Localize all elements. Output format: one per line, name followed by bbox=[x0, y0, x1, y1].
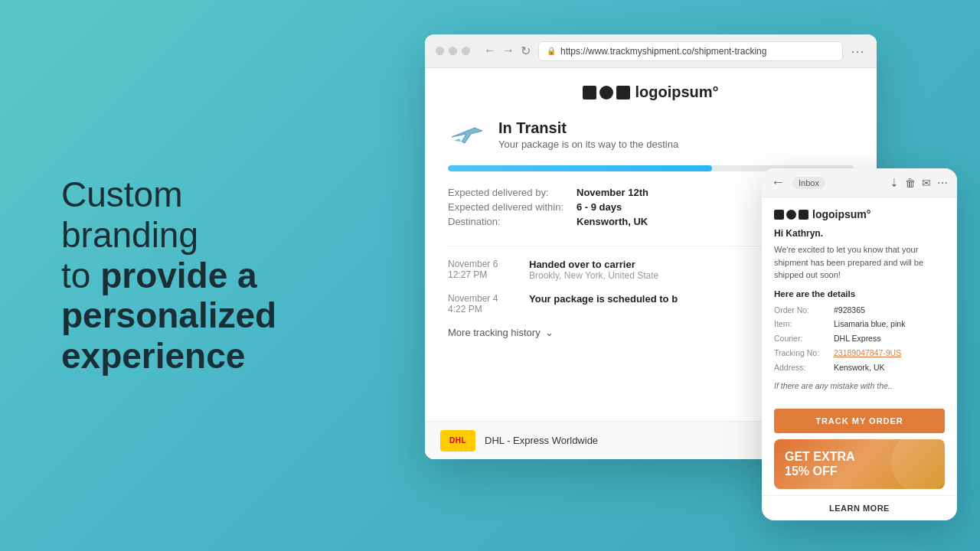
url-text: https://www.trackmyshipment.co/shipment-… bbox=[560, 46, 766, 57]
detail-row-courier: Courier: DHL Express bbox=[774, 331, 945, 346]
email-toolbar: ← Inbox ⇣ 🗑 ✉ ⋯ bbox=[762, 168, 957, 197]
delivery-destination-label: Destination: bbox=[448, 216, 570, 227]
event-time-1: 12:27 PM bbox=[448, 269, 517, 280]
track-order-button[interactable]: TRACK MY ORDER bbox=[774, 409, 945, 433]
event-date-1: November 6 12:27 PM bbox=[448, 259, 517, 280]
learn-more-button[interactable]: LEARN MORE bbox=[762, 495, 957, 520]
browser-menu-icon[interactable]: ⋯ bbox=[851, 43, 866, 60]
email-logo-circle bbox=[786, 210, 796, 220]
item-value: Lisamaria blue, pink bbox=[834, 317, 905, 331]
browser-nav[interactable]: ← → ↻ bbox=[484, 44, 531, 58]
heading-line3: personalized bbox=[61, 295, 276, 335]
event-date-text-2: November 4 bbox=[448, 293, 517, 304]
inbox-badge: Inbox bbox=[792, 177, 825, 189]
transit-info: In Transit Your package is on its way to… bbox=[498, 119, 678, 150]
detail-row-order: Order No: #928365 bbox=[774, 303, 945, 318]
email-details-table: Order No: #928365 Item: Lisamaria blue, … bbox=[774, 303, 945, 375]
heading-line1: Custom branding bbox=[61, 174, 198, 255]
logo-circle bbox=[599, 86, 613, 99]
email-mistake: If there are any mistake with the.. bbox=[774, 381, 945, 390]
browser-dot-red bbox=[436, 47, 444, 55]
browser-dot-green bbox=[462, 47, 470, 55]
address-label: Address: bbox=[774, 360, 829, 375]
logo-text: logoipsum° bbox=[635, 83, 718, 101]
more-icon[interactable]: ⋯ bbox=[937, 177, 948, 189]
trash-icon[interactable]: 🗑 bbox=[905, 177, 916, 189]
site-logo: logoipsum° bbox=[448, 83, 854, 101]
envelope-icon[interactable]: ✉ bbox=[922, 177, 931, 189]
order-no-label: Order No: bbox=[774, 303, 829, 318]
event-time-2: 4:22 PM bbox=[448, 304, 517, 315]
browser-url-bar[interactable]: 🔒 https://www.trackmyshipment.co/shipmen… bbox=[538, 41, 843, 61]
courier-label: Courier: bbox=[774, 331, 829, 346]
detail-row-item: Item: Lisamaria blue, pink bbox=[774, 317, 945, 331]
email-logo-square-1 bbox=[774, 210, 784, 220]
event-title-1: Handed over to carrier bbox=[529, 259, 658, 270]
heading-line2: to provide a bbox=[61, 256, 257, 295]
delivery-within-value: 6 - 9 days bbox=[577, 201, 622, 213]
event-location-1: Brookly, New York, United State bbox=[529, 270, 658, 281]
download-icon[interactable]: ⇣ bbox=[890, 177, 899, 189]
promo-banner: GET EXTRA15% OFF bbox=[774, 439, 945, 489]
transit-description: Your package is on its way to the destin… bbox=[498, 139, 678, 150]
event-details-1: Handed over to carrier Brookly, New York… bbox=[529, 259, 658, 281]
carrier-name: DHL - Express Worldwide bbox=[485, 435, 598, 446]
email-popup: ← Inbox ⇣ 🗑 ✉ ⋯ logoipsum° Hi Kathryn. W… bbox=[762, 168, 957, 520]
browser-toolbar: ← → ↻ 🔒 https://www.trackmyshipment.co/s… bbox=[425, 34, 877, 68]
transit-section: In Transit Your package is on its way to… bbox=[448, 119, 854, 150]
event-title-2: Your package is scheduled to b bbox=[529, 293, 678, 305]
lock-icon: 🔒 bbox=[547, 47, 556, 55]
progress-bar-fill bbox=[448, 165, 712, 171]
email-actions: ⇣ 🗑 ✉ ⋯ bbox=[890, 177, 948, 189]
address-value: Kenswork, UK bbox=[834, 360, 885, 375]
delivery-by-label: Expected delivered by: bbox=[448, 187, 570, 198]
email-greeting: Hi Kathryn. bbox=[774, 228, 945, 239]
more-history-label: More tracking history bbox=[448, 327, 541, 338]
tracking-no-value[interactable]: 23189047847-9US bbox=[834, 346, 901, 360]
logo-square-2 bbox=[616, 86, 630, 99]
dhl-logo: DHL bbox=[440, 430, 475, 452]
forward-icon[interactable]: → bbox=[502, 44, 514, 58]
delivery-destination-value: Kensworth, UK bbox=[577, 216, 648, 227]
item-label: Item: bbox=[774, 317, 829, 331]
email-intro: We're excited to let you know that your … bbox=[774, 243, 945, 282]
order-no-value: #928365 bbox=[834, 303, 865, 318]
email-body: logoipsum° Hi Kathryn. We're excited to … bbox=[762, 197, 957, 401]
back-icon[interactable]: ← bbox=[484, 44, 496, 58]
detail-row-tracking: Tracking No: 23189047847-9US bbox=[774, 346, 945, 360]
event-date-2: November 4 4:22 PM bbox=[448, 293, 517, 315]
plane-icon bbox=[448, 119, 486, 150]
logo-shapes bbox=[583, 86, 630, 99]
email-logo: logoipsum° bbox=[774, 208, 945, 220]
detail-row-address: Address: Kenswork, UK bbox=[774, 360, 945, 375]
left-section: Custom branding to provide a personalize… bbox=[0, 129, 368, 422]
heading-line4: experience bbox=[61, 336, 245, 376]
promo-text: GET EXTRA15% OFF bbox=[785, 449, 855, 478]
browser-dots bbox=[436, 47, 470, 55]
delivery-by-value: November 12th bbox=[577, 187, 648, 198]
delivery-within-label: Expected delivered within: bbox=[448, 201, 570, 213]
event-date-text-1: November 6 bbox=[448, 259, 517, 269]
transit-status: In Transit bbox=[498, 119, 678, 137]
chevron-down-icon: ⌄ bbox=[545, 327, 554, 338]
courier-value: DHL Express bbox=[834, 331, 880, 346]
email-back-icon[interactable]: ← bbox=[771, 174, 785, 191]
heading-bold: provide a bbox=[100, 256, 257, 295]
event-details-2: Your package is scheduled to b bbox=[529, 293, 678, 305]
browser-dot-yellow bbox=[449, 47, 457, 55]
email-logo-shapes bbox=[774, 210, 808, 220]
tracking-no-label: Tracking No: bbox=[774, 346, 829, 360]
email-logo-square-2 bbox=[799, 210, 808, 220]
email-details-title: Here are the details bbox=[774, 289, 945, 298]
email-logo-text: logoipsum° bbox=[812, 208, 871, 220]
logo-square-1 bbox=[583, 86, 596, 99]
refresh-icon[interactable]: ↻ bbox=[521, 44, 531, 58]
